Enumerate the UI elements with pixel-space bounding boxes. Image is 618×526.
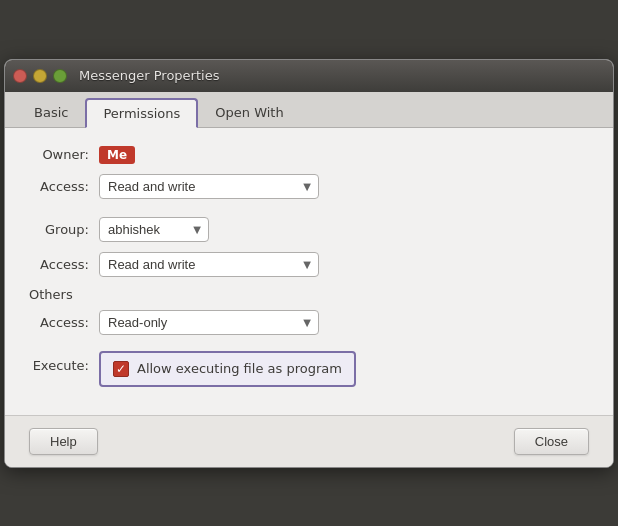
window-title: Messenger Properties (79, 68, 219, 83)
owner-label: Owner: (29, 147, 99, 162)
help-button[interactable]: Help (29, 428, 98, 455)
others-section-label: Others (29, 287, 589, 302)
execute-row: Execute: Allow executing file as program (29, 345, 589, 387)
maximize-window-button[interactable] (53, 69, 67, 83)
tab-permissions[interactable]: Permissions (85, 98, 198, 128)
group-access-row: Access: Read and write Read-only Write-o… (29, 252, 589, 277)
group-access-label: Access: (29, 257, 99, 272)
others-access-row: Access: Read-only Read and write Write-o… (29, 310, 589, 335)
footer: Help Close (5, 415, 613, 467)
owner-access-label: Access: (29, 179, 99, 194)
close-button[interactable]: Close (514, 428, 589, 455)
others-access-select-wrapper: Read-only Read and write Write-only None… (99, 310, 319, 335)
permissions-panel: Owner: Me Access: Read and write Read-on… (5, 128, 613, 415)
group-label: Group: (29, 222, 99, 237)
close-window-button[interactable] (13, 69, 27, 83)
group-row: Group: abhishek ▼ (29, 217, 589, 242)
group-select-wrapper: abhishek ▼ (99, 217, 209, 242)
owner-access-select[interactable]: Read and write Read-only Write-only None (99, 174, 319, 199)
execute-checkbox-label: Allow executing file as program (137, 361, 342, 376)
tab-bar: Basic Permissions Open With (5, 92, 613, 128)
owner-row: Owner: Me (29, 146, 589, 164)
minimize-window-button[interactable] (33, 69, 47, 83)
owner-value: Me (99, 146, 135, 164)
window: Messenger Properties Basic Permissions O… (4, 59, 614, 468)
execute-label: Execute: (29, 358, 99, 373)
others-access-select[interactable]: Read-only Read and write Write-only None (99, 310, 319, 335)
tab-open-with[interactable]: Open With (198, 98, 300, 127)
tab-basic[interactable]: Basic (17, 98, 85, 127)
group-access-select[interactable]: Read and write Read-only Write-only None (99, 252, 319, 277)
group-select[interactable]: abhishek (99, 217, 209, 242)
owner-access-row: Access: Read and write Read-only Write-o… (29, 174, 589, 199)
owner-access-select-wrapper: Read and write Read-only Write-only None… (99, 174, 319, 199)
group-access-select-wrapper: Read and write Read-only Write-only None… (99, 252, 319, 277)
execute-box: Allow executing file as program (99, 351, 356, 387)
titlebar: Messenger Properties (5, 60, 613, 92)
execute-checkbox[interactable] (113, 361, 129, 377)
others-access-label: Access: (29, 315, 99, 330)
